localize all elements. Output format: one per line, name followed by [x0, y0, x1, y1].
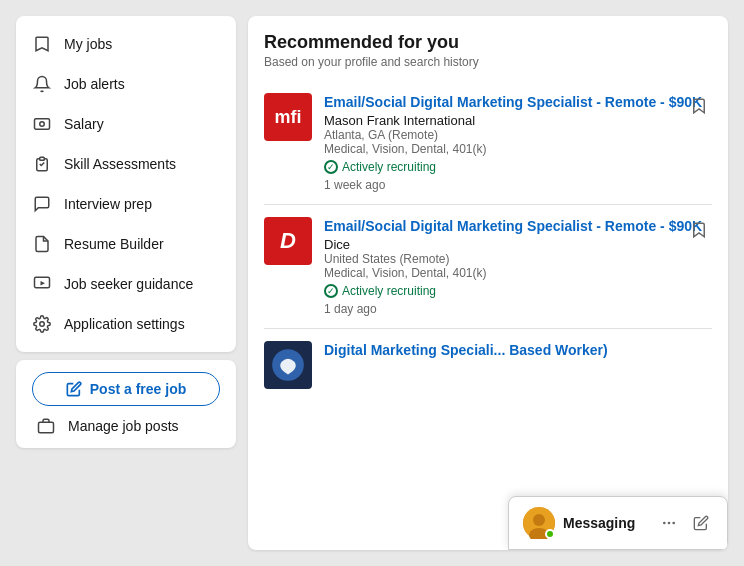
- check-circle-icon: ✓: [324, 284, 338, 298]
- job-title[interactable]: Email/Social Digital Marketing Specialis…: [324, 93, 712, 111]
- sidebar-item-label: Resume Builder: [64, 236, 164, 252]
- job-logo-dark: [264, 341, 312, 389]
- svg-rect-2: [40, 157, 45, 160]
- briefcase-icon: [36, 416, 56, 436]
- messaging-compose-button[interactable]: [689, 513, 713, 533]
- section-title: Recommended for you: [264, 32, 712, 53]
- bookmark-icon: [690, 221, 708, 239]
- bookmark-button[interactable]: [686, 93, 712, 124]
- post-job-card: Post a free job Manage job posts: [16, 360, 236, 448]
- online-status-dot: [545, 529, 555, 539]
- svg-rect-6: [39, 422, 54, 433]
- job-logo-mfi: mfi: [264, 93, 312, 141]
- job-title[interactable]: Digital Marketing Speciali... Based Work…: [324, 341, 712, 359]
- messaging-bar: Messaging: [508, 496, 728, 550]
- post-job-button[interactable]: Post a free job: [32, 372, 220, 406]
- job-age: 1 week ago: [324, 178, 712, 192]
- job-info: Email/Social Digital Marketing Specialis…: [324, 93, 712, 192]
- sidebar-item-label: Job alerts: [64, 76, 125, 92]
- sidebar-item-salary[interactable]: Salary: [16, 104, 236, 144]
- svg-point-9: [533, 514, 545, 526]
- messaging-label: Messaging: [563, 515, 649, 531]
- manage-job-posts-item[interactable]: Manage job posts: [32, 406, 220, 436]
- job-location: United States (Remote): [324, 252, 712, 266]
- svg-point-1: [40, 122, 45, 127]
- dollar-icon: [32, 114, 52, 134]
- job-title[interactable]: Email/Social Digital Marketing Specialis…: [324, 217, 712, 235]
- messaging-actions: [657, 513, 713, 533]
- sidebar-item-label: Interview prep: [64, 196, 152, 212]
- sidebar-item-application-settings[interactable]: Application settings: [16, 304, 236, 344]
- job-status: ✓ Actively recruiting: [324, 160, 712, 174]
- job-card: Digital Marketing Speciali... Based Work…: [264, 329, 712, 401]
- svg-point-5: [40, 322, 45, 327]
- clipboard-check-icon: [32, 154, 52, 174]
- job-card: mfi Email/Social Digital Marketing Speci…: [264, 81, 712, 205]
- sidebar-item-label: Job seeker guidance: [64, 276, 193, 292]
- job-logo-dice: D: [264, 217, 312, 265]
- bookmark-icon: [32, 34, 52, 54]
- gear-icon: [32, 314, 52, 334]
- sidebar-item-interview-prep[interactable]: Interview prep: [16, 184, 236, 224]
- sidebar-nav-card: My jobs Job alerts Salary: [16, 16, 236, 352]
- edit-icon: [66, 381, 82, 397]
- job-info: Email/Social Digital Marketing Specialis…: [324, 217, 712, 316]
- main-content: Recommended for you Based on your profil…: [248, 16, 728, 550]
- svg-point-11: [663, 522, 666, 525]
- file-icon: [32, 234, 52, 254]
- job-location: Atlanta, GA (Remote): [324, 128, 712, 142]
- job-benefits: Medical, Vision, Dental, 401(k): [324, 266, 712, 280]
- job-company: Dice: [324, 237, 712, 252]
- svg-point-13: [672, 522, 675, 525]
- job-benefits: Medical, Vision, Dental, 401(k): [324, 142, 712, 156]
- company-logo-icon: [269, 346, 307, 384]
- check-circle-icon: ✓: [324, 160, 338, 174]
- section-subtitle: Based on your profile and search history: [264, 55, 712, 69]
- svg-point-12: [668, 522, 671, 525]
- sidebar-item-label: Application settings: [64, 316, 185, 332]
- job-age: 1 day ago: [324, 302, 712, 316]
- messaging-ellipsis-button[interactable]: [657, 513, 681, 533]
- sidebar: My jobs Job alerts Salary: [16, 16, 236, 448]
- bookmark-icon: [690, 97, 708, 115]
- sidebar-item-label: Salary: [64, 116, 104, 132]
- bookmark-button[interactable]: [686, 217, 712, 248]
- svg-marker-4: [41, 281, 46, 286]
- svg-rect-0: [35, 119, 50, 130]
- sidebar-item-job-seeker-guidance[interactable]: Job seeker guidance: [16, 264, 236, 304]
- job-info: Digital Marketing Speciali... Based Work…: [324, 341, 712, 359]
- sidebar-item-my-jobs[interactable]: My jobs: [16, 24, 236, 64]
- messaging-avatar: [523, 507, 555, 539]
- compose-icon: [693, 515, 709, 531]
- ellipsis-icon: [661, 515, 677, 531]
- bell-icon: [32, 74, 52, 94]
- sidebar-item-skill-assessments[interactable]: Skill Assessments: [16, 144, 236, 184]
- chat-icon: [32, 194, 52, 214]
- sidebar-item-label: Skill Assessments: [64, 156, 176, 172]
- job-status: ✓ Actively recruiting: [324, 284, 712, 298]
- sidebar-item-job-alerts[interactable]: Job alerts: [16, 64, 236, 104]
- sidebar-item-resume-builder[interactable]: Resume Builder: [16, 224, 236, 264]
- sidebar-item-label: My jobs: [64, 36, 112, 52]
- manage-jobs-label: Manage job posts: [68, 418, 179, 434]
- post-job-label: Post a free job: [90, 381, 186, 397]
- play-icon: [32, 274, 52, 294]
- job-company: Mason Frank International: [324, 113, 712, 128]
- job-card: D Email/Social Digital Marketing Special…: [264, 205, 712, 329]
